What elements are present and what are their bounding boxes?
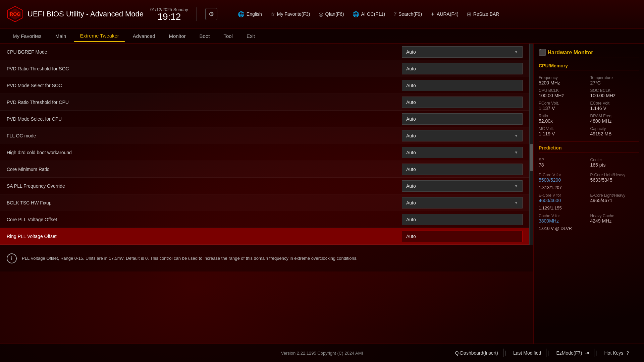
setting-label-sa-pll: SA PLL Frequency Override <box>7 183 402 189</box>
setting-row-core-pll[interactable]: Core PLL Voltage Offset Auto <box>0 211 529 228</box>
toolbar-aura[interactable]: ✦ AURA(F4) <box>427 9 462 19</box>
toolbar-search[interactable]: ? Search(F9) <box>390 9 425 19</box>
setting-value-ring-pll[interactable]: Auto <box>402 231 523 242</box>
nav-advanced[interactable]: Advanced <box>127 31 161 42</box>
nav-exit[interactable]: Exit <box>240 31 261 42</box>
favorite-icon: ☆ <box>270 11 275 17</box>
hw-ecore-v-for: E-Core V for 4600/4600 <box>539 193 588 203</box>
setting-row-pvd-ratio-soc[interactable]: PVD Ratio Threshold for SOC Auto <box>0 60 529 77</box>
hw-prediction-grid: SP 78 Cooler 165 pts <box>539 158 639 168</box>
hw-monitor-title: ⬛ Hardware Monitor <box>539 49 639 58</box>
setting-label-fll-oc: FLL OC mode <box>7 133 402 138</box>
qdashboard-button[interactable]: Q-Dashboard(Insert) <box>450 349 503 357</box>
hw-pcore-light-heavy: P-Core Light/Heavy 5633/5345 <box>590 173 639 183</box>
toolbar: 🌐 English ☆ My Favorite(F3) ◎ Qfan(F6) 🌐… <box>234 9 637 19</box>
hw-heavy-cache: Heavy Cache 4249 MHz <box>590 214 639 224</box>
nav-extreme-tweaker[interactable]: Extreme Tweaker <box>74 30 125 42</box>
setting-row-ring-pll[interactable]: Ring PLL Voltage Offset Auto <box>0 228 529 245</box>
setting-row-core-min-ratio[interactable]: Core Minimum Ratio Auto <box>0 161 529 178</box>
nav-bar: My Favorites Main Extreme Tweaker Advanc… <box>0 28 644 44</box>
setting-row-pvd-mode-soc[interactable]: PVD Mode Select for SOC Auto <box>0 77 529 94</box>
setting-row-pvd-mode-cpu[interactable]: PVD Mode Select for CPU Auto <box>0 111 529 127</box>
setting-value-bclk-tsc[interactable]: Auto ▼ <box>402 197 523 208</box>
setting-value-core-pll[interactable]: Auto <box>402 214 523 225</box>
setting-row-cpu-bgref[interactable]: CPU BGREF Mode Auto ▼ <box>0 44 529 60</box>
hw-sp: SP 78 <box>539 158 588 168</box>
setting-label-pvd-mode-soc: PVD Mode Select for SOC <box>7 83 402 88</box>
setting-label-cpu-bgref: CPU BGREF Mode <box>7 49 402 55</box>
nav-my-favorites[interactable]: My Favorites <box>7 31 48 42</box>
hw-mc-volt: MC Volt. 1.119 V <box>539 126 588 136</box>
rog-logo: ROG <box>7 6 23 22</box>
fan-icon: ◎ <box>319 11 323 17</box>
setting-label-core-pll: Core PLL Voltage Offset <box>7 217 402 222</box>
setting-value-pvd-ratio-cpu[interactable]: Auto <box>402 97 523 108</box>
scrollbar-track[interactable] <box>529 44 533 245</box>
nav-boot[interactable]: Boot <box>194 31 216 42</box>
ezmode-button[interactable]: EzMode(F7) ⇥ <box>551 349 594 357</box>
hotkeys-icon: ? <box>626 350 629 356</box>
search-icon: ? <box>393 11 396 17</box>
footer: Version 2.22.1295 Copyright (C) 2024 AMI… <box>0 344 644 362</box>
hw-cpu-memory-grid: Frequency 5200 MHz Temperature 27°C CPU … <box>539 75 639 136</box>
dropdown-arrow-sa-pll: ▼ <box>514 184 518 188</box>
hw-capacity: Capacity 49152 MB <box>590 126 639 136</box>
hw-pcore-v-for: P-Core V for 5500/5200 <box>539 173 588 183</box>
dropdown-arrow-fll: ▼ <box>514 133 518 138</box>
hw-cache-v-for: Cache V for 3800MHz <box>539 214 588 224</box>
setting-row-high-d2d[interactable]: High d2d cold boot workaround Auto ▼ <box>0 144 529 161</box>
setting-label-bclk-tsc: BCLK TSC HW Fixup <box>7 200 402 205</box>
setting-label-ring-pll: Ring PLL Voltage Offset <box>7 234 402 239</box>
info-text: PLL Voltage Offset, Range 0-15. Units ar… <box>22 255 358 262</box>
toolbar-qfan[interactable]: ◎ Qfan(F6) <box>315 9 347 19</box>
nav-tool[interactable]: Tool <box>217 31 239 42</box>
prediction-title: Prediction <box>539 145 639 153</box>
hw-ratio: Ratio 52.00x <box>539 114 588 124</box>
hw-monitor-panel: ⬛ Hardware Monitor CPU/Memory Frequency … <box>533 44 644 344</box>
hw-cooler: Cooler 165 pts <box>590 158 639 168</box>
dropdown-arrow-d2d: ▼ <box>514 150 518 155</box>
dropdown-arrow-bclk: ▼ <box>514 200 518 205</box>
setting-value-core-min-ratio[interactable]: Auto <box>402 164 523 175</box>
setting-value-cpu-bgref[interactable]: Auto ▼ <box>402 46 523 58</box>
setting-label-pvd-ratio-soc: PVD Ratio Threshold for SOC <box>7 66 402 71</box>
toolbar-english[interactable]: 🌐 English <box>234 9 265 19</box>
setting-label-pvd-ratio-cpu: PVD Ratio Threshold for CPU <box>7 100 402 105</box>
setting-value-pvd-mode-cpu[interactable]: Auto <box>402 113 523 125</box>
app-title: UEFI BIOS Utility - Advanced Mode <box>28 10 144 18</box>
setting-value-pvd-ratio-soc[interactable]: Auto <box>402 63 523 74</box>
settings-button[interactable]: ⚙ <box>205 8 217 20</box>
datetime: 01/12/2025 Sunday 19:12 <box>150 7 188 21</box>
setting-row-pvd-ratio-cpu[interactable]: PVD Ratio Threshold for CPU Auto <box>0 94 529 111</box>
header: ROG UEFI BIOS Utility - Advanced Mode 01… <box>0 0 644 28</box>
hotkeys-button[interactable]: Hot Keys ? <box>599 349 634 357</box>
hw-pcore-volt: PCore Volt. 1.137 V <box>539 101 588 111</box>
ai-icon: 🌐 <box>353 11 359 17</box>
settings-list: CPU BGREF Mode Auto ▼ PVD Ratio Threshol… <box>0 44 529 245</box>
last-modified-button[interactable]: Last Modified <box>508 349 546 357</box>
hw-dram-freq: DRAM Freq. 4800 MHz <box>590 114 639 124</box>
toolbar-resizebar[interactable]: ⊞ ReSize BAR <box>464 9 503 19</box>
nav-main[interactable]: Main <box>49 31 72 42</box>
hw-soc-bclk: SOC BCLK 100.00 MHz <box>590 88 639 98</box>
setting-row-bclk-tsc[interactable]: BCLK TSC HW Fixup Auto ▼ <box>0 194 529 211</box>
scrollbar-thumb[interactable] <box>530 144 533 171</box>
globe-icon: 🌐 <box>238 11 245 17</box>
setting-row-fll-oc[interactable]: FLL OC mode Auto ▼ <box>0 127 529 144</box>
hw-pcore-section: P-Core V for 5500/5200 P-Core Light/Heav… <box>539 173 639 231</box>
version-text: Version 2.22.1295 Copyright (C) 2024 AMI <box>281 351 363 356</box>
setting-value-high-d2d[interactable]: Auto ▼ <box>402 147 523 158</box>
logo-area: ROG UEFI BIOS Utility - Advanced Mode <box>7 6 144 22</box>
setting-value-pvd-mode-soc[interactable]: Auto <box>402 80 523 91</box>
hw-temperature: Temperature 27°C <box>590 75 639 85</box>
setting-value-fll-oc[interactable]: Auto ▼ <box>402 130 523 141</box>
header-divider2 <box>226 7 226 21</box>
toolbar-aioc[interactable]: 🌐 AI OC(F11) <box>349 9 389 19</box>
setting-row-sa-pll[interactable]: SA PLL Frequency Override Auto ▼ <box>0 178 529 194</box>
toolbar-myfavorite[interactable]: ☆ My Favorite(F3) <box>267 9 314 19</box>
resizebar-icon: ⊞ <box>467 11 471 17</box>
svg-text:ROG: ROG <box>10 11 20 17</box>
setting-value-sa-pll[interactable]: Auto ▼ <box>402 180 523 192</box>
nav-monitor[interactable]: Monitor <box>163 31 192 42</box>
main-layout: CPU BGREF Mode Auto ▼ PVD Ratio Threshol… <box>0 44 644 344</box>
